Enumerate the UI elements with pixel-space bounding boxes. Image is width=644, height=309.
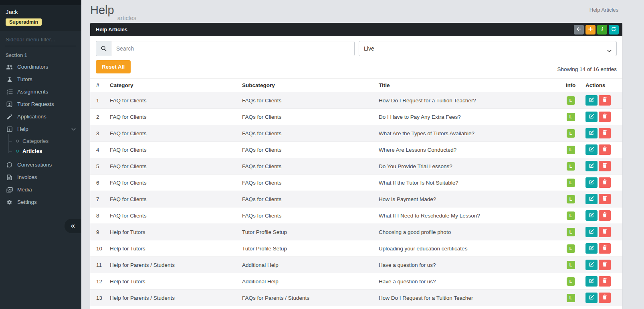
delete-button[interactable] [599,161,611,171]
delete-button[interactable] [599,210,611,221]
info-badge[interactable]: L [567,277,575,286]
table-row: 4 FAQ for Clients FAQs for Clients Where… [90,142,622,158]
row-info: L [559,125,582,142]
info-badge[interactable]: L [567,211,575,220]
info-badge[interactable]: L [567,129,575,138]
trash-icon [602,97,607,104]
sidebar-item-applications[interactable]: Applications [0,110,81,123]
row-category: FAQ for Clients [107,109,239,125]
sidebar-item-media[interactable]: Media [0,183,81,196]
info-button[interactable]: i [597,25,607,35]
sidebar-item-assignments[interactable]: Assignments [0,85,81,98]
row-info: L [559,207,582,224]
circle-bullet-icon [16,150,19,152]
delete-button[interactable] [599,128,611,138]
help-icon [6,126,13,132]
sidebar-top-strip [0,0,81,5]
info-badge[interactable]: L [567,195,575,203]
sidebar-filter-input[interactable] [5,35,76,46]
edit-button[interactable] [585,144,598,155]
delete-button[interactable] [599,194,611,204]
info-badge[interactable]: L [567,179,575,187]
edit-button[interactable] [585,112,598,122]
delete-button[interactable] [599,276,611,287]
sidebar-item-invoices[interactable]: Invoices [0,171,81,183]
delete-button[interactable] [599,144,611,155]
edit-pencil-icon [589,229,594,236]
search-input[interactable] [111,41,354,56]
content-header: Help articles Help Articles [90,0,622,23]
sidebar-item-coordinators[interactable]: Coordinators [0,61,81,73]
row-title: What If I Need to Reschedule My Lesson? [375,207,559,224]
sidebar-collapse-button[interactable]: « [65,219,81,233]
info-badge[interactable]: L [567,244,575,253]
row-title: Choosing a good profile photo [375,224,559,240]
sidebar-item-conversations[interactable]: Conversations [0,159,81,171]
info-icon: i [601,26,603,33]
table-row: 5 FAQ for Clients FAQs for Clients Do Yo… [90,158,622,175]
row-info: L [559,290,582,306]
add-button[interactable] [585,25,596,35]
row-category: Help for Parents / Students [107,290,239,306]
row-category: FAQ for Clients [107,92,239,109]
breadcrumb[interactable]: Help Articles [589,4,618,13]
table-header-row: # Category Subcategory Title Info Action… [90,79,622,92]
sidebar-item-articles[interactable]: Articles [0,146,81,156]
delete-button[interactable] [599,293,611,303]
table-row: 13 Help for Parents / Students FAQs for … [90,290,622,306]
sidebar-subitem-label: Categories [22,138,48,144]
sidebar-menu: Coordinators Tutors Assignments Tutor Re… [0,61,81,208]
info-badge[interactable]: L [567,294,575,302]
refresh-button[interactable] [609,25,619,35]
row-number: 9 [90,224,107,240]
row-title: Have a question for us? [375,257,559,273]
sidebar-item-categories[interactable]: Categories [0,136,81,146]
row-title: Where Are Lessons Conducted? [375,142,559,158]
sidebar-item-tutors[interactable]: Tutors [0,73,81,85]
sidebar-item-settings[interactable]: Settings [0,196,81,208]
edit-button[interactable] [585,128,598,138]
trash-icon [602,196,607,202]
sidebar-item-tutor-requests[interactable]: Tutor Requests [0,98,81,110]
info-badge[interactable]: L [567,113,575,121]
edit-pencil-icon [589,262,594,268]
edit-button[interactable] [585,210,598,221]
table-row: 10 Help for Tutors Tutor Profile Setup U… [90,240,622,257]
edit-button[interactable] [585,194,598,204]
info-badge[interactable]: L [567,261,575,269]
reset-all-button[interactable]: Reset All [96,60,131,73]
row-title: Do I Have to Pay Any Extra Fees? [375,109,559,125]
edit-button[interactable] [585,177,598,188]
sidebar-item-help[interactable]: Help [0,123,81,135]
edit-button[interactable] [585,161,598,171]
row-category: Help for Tutors [107,240,239,257]
info-badge[interactable]: L [567,146,575,154]
search-group [96,41,355,56]
delete-button[interactable] [599,112,611,122]
edit-button[interactable] [585,95,598,106]
sidebar-item-label: Invoices [17,174,37,180]
edit-button[interactable] [585,293,598,303]
edit-button[interactable] [585,276,598,287]
sidebar-subitem-label: Articles [22,148,42,154]
status-filter-select[interactable]: Live [359,41,617,56]
trash-icon [602,245,607,252]
info-badge[interactable]: L [567,162,575,171]
delete-button[interactable] [599,177,611,188]
row-actions [582,290,622,306]
delete-button[interactable] [599,95,611,106]
info-badge[interactable]: L [567,96,575,105]
info-badge[interactable]: L [567,228,575,236]
back-button[interactable] [574,25,584,35]
delete-button[interactable] [599,243,611,254]
table-row: 11 Help for Parents / Students Additiona… [90,257,622,273]
edit-button[interactable] [585,260,598,270]
row-number: 11 [90,257,107,273]
delete-button[interactable] [599,260,611,270]
edit-button[interactable] [585,227,598,237]
edit-pencil-icon [589,179,594,186]
edit-button[interactable] [585,243,598,254]
search-icon [96,41,111,56]
delete-button[interactable] [599,227,611,237]
table-row: 7 FAQ for Clients FAQs for Clients How I… [90,191,622,207]
